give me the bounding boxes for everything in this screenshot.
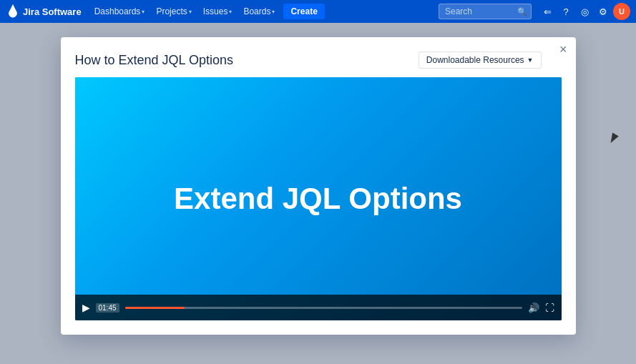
modal-dialog: × How to Extend JQL Options Downloadable… <box>61 37 576 335</box>
close-button[interactable]: × <box>559 43 567 56</box>
nav-icon-group: ⇐ ? ◎ ⚙ U <box>539 3 630 20</box>
modal-title: How to Extend JQL Options <box>75 53 233 68</box>
dashboards-chevron-icon: ▾ <box>142 9 145 15</box>
search-wrap: 🔍 <box>439 4 532 19</box>
user-avatar[interactable]: U <box>613 3 630 20</box>
feedback-icon[interactable]: ◎ <box>576 3 593 20</box>
help-icon[interactable]: ? <box>557 3 574 20</box>
navbar: Jira Software Dashboards ▾ Projects ▾ Is… <box>0 0 636 23</box>
app-name-label: Jira Software <box>23 6 82 17</box>
nav-issues[interactable]: Issues ▾ <box>199 0 237 23</box>
video-player[interactable]: Extend JQL Options ▶ 01:45 🔊 ⛶ <box>75 77 562 320</box>
settings-icon[interactable]: ⚙ <box>595 3 612 20</box>
video-controls-bar: ▶ 01:45 🔊 ⛶ <box>75 295 562 320</box>
video-progress-fill <box>125 307 185 309</box>
nav-boards[interactable]: Boards ▾ <box>239 0 279 23</box>
downloadable-chevron-icon: ▼ <box>527 56 534 64</box>
fullscreen-icon[interactable]: ⛶ <box>545 302 554 313</box>
video-time-badge: 01:45 <box>96 303 119 313</box>
notifications-icon[interactable]: ⇐ <box>539 3 556 20</box>
video-play-button[interactable]: ▶ <box>82 302 90 313</box>
jira-logo-icon <box>6 4 20 19</box>
cursor-indicator <box>610 134 618 147</box>
cursor-shape <box>607 132 619 144</box>
video-title-overlay: Extend JQL Options <box>174 181 462 217</box>
video-progress-bar[interactable] <box>125 307 522 309</box>
search-icon: 🔍 <box>517 7 527 16</box>
video-ctrl-icons: 🔊 ⛶ <box>528 302 554 313</box>
create-button[interactable]: Create <box>283 4 324 19</box>
downloadable-resources-button[interactable]: Downloadable Resources ▼ <box>419 51 542 69</box>
boards-chevron-icon: ▾ <box>272 9 275 15</box>
issues-chevron-icon: ▾ <box>229 9 232 15</box>
app-logo[interactable]: Jira Software <box>6 4 82 19</box>
projects-chevron-icon: ▾ <box>189 9 192 15</box>
modal-header: How to Extend JQL Options Downloadable R… <box>61 37 576 77</box>
nav-projects[interactable]: Projects ▾ <box>152 0 195 23</box>
volume-icon[interactable]: 🔊 <box>528 302 539 313</box>
nav-dashboards[interactable]: Dashboards ▾ <box>90 0 150 23</box>
modal-overlay: × How to Extend JQL Options Downloadable… <box>0 23 636 364</box>
